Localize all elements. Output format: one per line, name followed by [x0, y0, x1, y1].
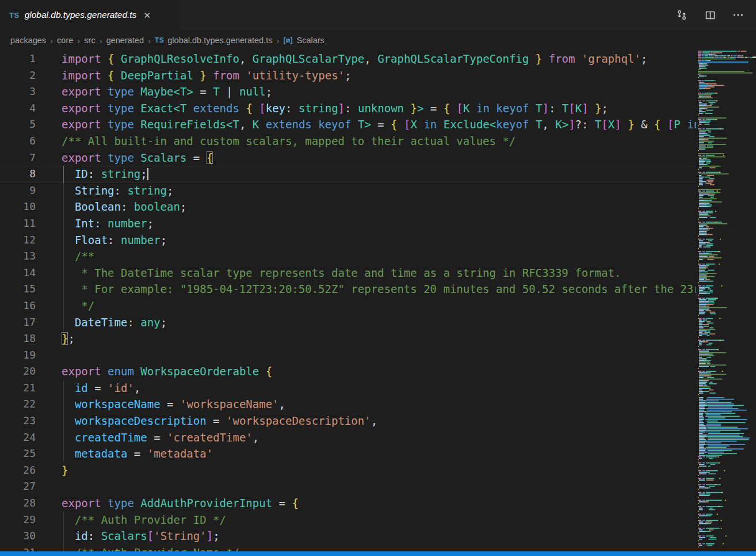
line-number[interactable]: 19 — [0, 347, 36, 364]
line-number[interactable]: 6 — [0, 133, 36, 150]
code-text: Int: number; — [62, 215, 154, 232]
line-number[interactable]: 26 — [0, 462, 36, 479]
code-line[interactable]: 17 DateTime: any; — [0, 314, 696, 331]
code-line[interactable]: 21 id = 'id', — [0, 380, 696, 397]
code-line[interactable]: 25 metadata = 'metadata' — [0, 445, 696, 462]
status-bar — [0, 551, 756, 556]
code-text: Float: number; — [62, 232, 167, 249]
breadcrumb-label: Scalars — [296, 36, 324, 45]
breadcrumb-separator: › — [276, 36, 279, 45]
code-line[interactable]: 18}; — [0, 330, 696, 347]
code-line[interactable]: 3export type Maybe<T> = T | null; — [0, 83, 696, 100]
breadcrumb-separator: › — [50, 36, 53, 45]
breadcrumb-label: generated — [106, 36, 144, 45]
line-number[interactable]: 4 — [0, 100, 36, 117]
code-text: export type Maybe<T> = T | null; — [62, 83, 272, 100]
line-number[interactable]: 7 — [0, 150, 36, 166]
type-symbol-icon — [283, 36, 293, 45]
line-number[interactable]: 23 — [0, 413, 36, 429]
tab-close-icon[interactable]: ✕ — [143, 11, 151, 20]
line-number[interactable]: 16 — [0, 298, 36, 314]
code-line[interactable]: 14 * The DateTime scalar type represents… — [0, 265, 696, 281]
line-number[interactable]: 28 — [0, 495, 36, 512]
code-text: import { DeepPartial } from 'utility-typ… — [62, 67, 351, 84]
breadcrumb-item-generated[interactable]: generated — [106, 36, 144, 45]
line-number[interactable]: 15 — [0, 281, 36, 298]
minimap[interactable] — [698, 51, 756, 556]
code-line[interactable]: 29 /** Auth Provider ID */ — [0, 512, 696, 528]
line-number[interactable]: 18 — [0, 330, 36, 347]
line-number[interactable]: 30 — [0, 528, 36, 544]
tab-global-db-types-generated[interactable]: TS global.db.types.generated.ts ✕ — [0, 0, 180, 30]
code-line[interactable]: 8 ID: string; — [0, 166, 696, 182]
code-text: ID: string; — [62, 166, 148, 182]
code-line[interactable]: 15 * For example: "1985-04-12T23:20:50.5… — [0, 281, 696, 298]
line-number[interactable]: 25 — [0, 445, 36, 462]
line-number[interactable]: 8 — [0, 166, 36, 182]
line-number[interactable]: 1 — [0, 51, 36, 67]
breadcrumb-item-packages[interactable]: packages — [10, 36, 46, 45]
code-line[interactable]: 4export type Exact<T extends { [key: str… — [0, 100, 696, 117]
code-line[interactable]: 12 Float: number; — [0, 232, 696, 249]
breadcrumb-item-src[interactable]: src — [84, 36, 95, 45]
open-changes-icon[interactable] — [675, 9, 688, 21]
breadcrumb-item-core[interactable]: core — [57, 36, 73, 45]
line-number[interactable]: 9 — [0, 182, 36, 199]
code-line[interactable]: 26} — [0, 462, 696, 479]
line-number[interactable]: 11 — [0, 215, 36, 232]
code-line[interactable]: 28export type AddAuthProviderInput = { — [0, 495, 696, 512]
code-text: } — [62, 462, 68, 479]
code-text: * The DateTime scalar type represents da… — [62, 265, 621, 281]
breadcrumb-label: packages — [10, 36, 46, 45]
line-number[interactable]: 20 — [0, 363, 36, 380]
line-number[interactable]: 14 — [0, 265, 36, 281]
code-line[interactable]: 9 String: string; — [0, 182, 696, 199]
line-number[interactable]: 3 — [0, 83, 36, 100]
line-number[interactable]: 10 — [0, 199, 36, 215]
code-text: * For example: "1985-04-12T23:20:50.52Z"… — [62, 281, 696, 298]
code-line[interactable]: 20export enum WorkspaceOrderable { — [0, 363, 696, 380]
code-line[interactable]: 1import { GraphQLResolveInfo, GraphQLSca… — [0, 51, 696, 67]
text-cursor — [147, 168, 148, 180]
code-line[interactable]: 30 id: Scalars['String']; — [0, 528, 696, 544]
line-number[interactable]: 12 — [0, 232, 36, 249]
code-line[interactable]: 24 createdTime = 'createdTime', — [0, 429, 696, 446]
code-line[interactable]: 27 — [0, 478, 696, 495]
line-number[interactable]: 21 — [0, 380, 36, 397]
code-text: /** — [62, 248, 94, 265]
line-number[interactable]: 13 — [0, 248, 36, 265]
line-number[interactable]: 5 — [0, 116, 36, 133]
line-number[interactable]: 27 — [0, 478, 36, 495]
tab-bar: TS global.db.types.generated.ts ✕ — [0, 0, 756, 30]
code-text: workspaceDescription = 'workspaceDescrip… — [62, 413, 377, 429]
code-line[interactable]: 11 Int: number; — [0, 215, 696, 232]
code-text: metadata = 'metadata' — [62, 445, 213, 462]
line-number[interactable]: 2 — [0, 67, 36, 84]
code-line[interactable]: 13 /** — [0, 248, 696, 265]
code-line[interactable]: 10 Boolean: boolean; — [0, 199, 696, 215]
line-number[interactable]: 24 — [0, 429, 36, 446]
code-text: createdTime = 'createdTime', — [62, 429, 259, 446]
breadcrumb-separator: › — [148, 36, 151, 45]
breadcrumb-item-global-db-types-generated-ts[interactable]: TSglobal.db.types.generated.ts — [155, 36, 273, 45]
code-line[interactable]: 16 */ — [0, 298, 696, 314]
code-line[interactable]: 7export type Scalars = { — [0, 150, 696, 166]
code-line[interactable]: 19 — [0, 347, 696, 364]
line-number[interactable]: 17 — [0, 314, 36, 331]
breadcrumb-item-scalars[interactable]: Scalars — [283, 36, 324, 45]
code-text: String: string; — [62, 182, 174, 199]
code-line[interactable]: 23 workspaceDescription = 'workspaceDesc… — [0, 413, 696, 429]
code-line[interactable]: 22 workspaceName = 'workspaceName', — [0, 396, 696, 413]
more-actions-icon[interactable] — [732, 9, 744, 21]
line-number[interactable]: 29 — [0, 512, 36, 528]
code-text: export type AddAuthProviderInput = { — [62, 495, 299, 512]
code-editor[interactable]: 1import { GraphQLResolveInfo, GraphQLSca… — [0, 51, 696, 556]
code-text: import { GraphQLResolveInfo, GraphQLScal… — [62, 51, 647, 67]
code-line[interactable]: 6/** All built-in and custom scalars, ma… — [0, 133, 696, 150]
code-text: Boolean: boolean; — [62, 199, 186, 215]
line-number[interactable]: 22 — [0, 396, 36, 413]
code-line[interactable]: 5export type RequireFields<T, K extends … — [0, 116, 696, 133]
breadcrumb-label: core — [57, 36, 73, 45]
split-editor-icon[interactable] — [704, 9, 716, 21]
code-line[interactable]: 2import { DeepPartial } from 'utility-ty… — [0, 67, 696, 84]
